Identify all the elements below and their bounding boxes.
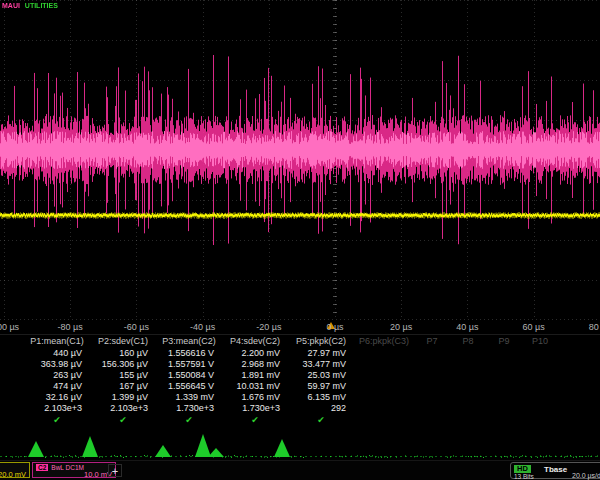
- measurement-value: 1.557591 V: [156, 359, 222, 370]
- param-header-p5[interactable]: P5:pkpk(C2): [288, 335, 354, 348]
- time-axis: -100 µs-80 µs-60 µs-40 µs-20 µs0 µs20 µs…: [0, 320, 600, 334]
- measurement-value: 32.16 µV: [24, 392, 90, 403]
- time-axis-label: -60 µs: [124, 322, 149, 332]
- measurement-value: 6.135 mV: [288, 392, 354, 403]
- measurement-value: 25.03 mV: [288, 370, 354, 381]
- measurement-value: 2.103e+3: [90, 403, 156, 414]
- status-bar: C1 DC1M 20.0 mV C2 BwL DC1M 10.0 mV + HD…: [0, 460, 600, 480]
- hd-badge: HD: [514, 465, 531, 473]
- measurement-value: 1.730e+3: [156, 403, 222, 414]
- measurement-value: 1.556616 V: [156, 348, 222, 359]
- measurement-row-1: 440 µV160 µV1.556616 V2.200 mV27.97 mV: [0, 348, 600, 359]
- measurement-value: 440 µV: [24, 348, 90, 359]
- measurement-value: 160 µV: [90, 348, 156, 359]
- gutter: [0, 381, 24, 392]
- param-header-p10[interactable]: P10: [522, 335, 558, 348]
- histogram-canvas: [0, 426, 600, 460]
- time-axis-label: 80 µs: [589, 322, 600, 332]
- measurement-value: 27.97 mV: [288, 348, 354, 359]
- time-axis-label: -20 µs: [256, 322, 281, 332]
- measurement-row-2: 363.98 µV156.306 µV1.557591 V2.968 mV33.…: [0, 359, 600, 370]
- measurement-value: 1.730e+3: [222, 403, 288, 414]
- time-axis-label: 40 µs: [456, 322, 478, 332]
- measurement-value: 2.968 mV: [222, 359, 288, 370]
- measurement-value: 1.339 mV: [156, 392, 222, 403]
- param-header-p3[interactable]: P3:mean(C2): [156, 335, 222, 348]
- measurement-value: 1.550084 V: [156, 370, 222, 381]
- time-axis-label: -100 µs: [0, 322, 19, 332]
- measurement-value: 59.97 mV: [288, 381, 354, 392]
- channel-c2-coupling: BwL DC1M: [51, 464, 84, 471]
- param-header-p6[interactable]: P6:pkpk(C3): [354, 335, 414, 348]
- measurement-value: 1.676 mV: [222, 392, 288, 403]
- time-axis-label: -40 µs: [190, 322, 215, 332]
- param-header-p7[interactable]: P7: [414, 335, 450, 348]
- time-axis-label: 0 µs: [326, 322, 343, 332]
- measurement-row-4: 474 µV167 µV1.556645 V10.031 mV59.97 mV: [0, 381, 600, 392]
- measurement-value: 292: [288, 403, 354, 414]
- measurement-row-3: 263 µV155 µV1.550084 V1.891 mV25.03 mV: [0, 370, 600, 381]
- gutter: [0, 348, 24, 359]
- gutter: [0, 392, 24, 403]
- measurement-value: 167 µV: [90, 381, 156, 392]
- gutter: [0, 370, 24, 381]
- measurement-value: 2.200 mV: [222, 348, 288, 359]
- add-trace-button[interactable]: +: [108, 464, 122, 477]
- timebase-label: Tbase: [544, 465, 567, 474]
- measurement-value: 10.031 mV: [222, 381, 288, 392]
- time-axis-label: 60 µs: [522, 322, 544, 332]
- waveform-canvas: [0, 0, 600, 320]
- measurement-value: 2.103e+3: [24, 403, 90, 414]
- measurement-value: 33.477 mV: [288, 359, 354, 370]
- measurement-value: 474 µV: [24, 381, 90, 392]
- param-header-p8[interactable]: P8: [450, 335, 486, 348]
- measurement-header-row: P1:mean(C1)P2:sdev(C1)P3:mean(C2)P4:sdev…: [0, 335, 600, 348]
- gutter: [0, 403, 24, 414]
- timebase-scale: 20.0 µs/div: [572, 472, 600, 479]
- param-header-p1[interactable]: P1:mean(C1): [24, 335, 90, 348]
- measurement-value: 363.98 µV: [24, 359, 90, 370]
- measurement-value: 156.306 µV: [90, 359, 156, 370]
- measurement-value: 1.399 µV: [90, 392, 156, 403]
- measurement-row-5: 32.16 µV1.399 µV1.339 mV1.676 mV6.135 mV: [0, 392, 600, 403]
- gutter: [0, 335, 24, 348]
- badge-right-label: UTILITIES: [25, 2, 58, 9]
- measurement-row-6: 2.103e+32.103e+31.730e+31.730e+3292: [0, 403, 600, 414]
- measurement-value: 1.556645 V: [156, 381, 222, 392]
- measurement-value: 263 µV: [24, 370, 90, 381]
- badge-left-label: MAUI: [2, 2, 20, 9]
- time-axis-label: -80 µs: [58, 322, 83, 332]
- channel-c1-scale: 20.0 mV: [0, 471, 26, 478]
- timebase-descriptor[interactable]: HD Tbase 13 Bits 20.0 µs/div: [510, 462, 600, 479]
- channel-c2-chip: C2: [36, 464, 48, 471]
- measurement-value: 1.891 mV: [222, 370, 288, 381]
- param-header-p2[interactable]: P2:sdev(C1): [90, 335, 156, 348]
- param-header-p9[interactable]: P9: [486, 335, 522, 348]
- waveform-graticule[interactable]: MAUI UTILITIES: [0, 0, 600, 320]
- time-axis-label: 20 µs: [390, 322, 412, 332]
- gutter: [0, 359, 24, 370]
- channel-c2-scale: 10.0 mV: [36, 471, 112, 478]
- oscilloscope-screen: MAUI UTILITIES -100 µs-80 µs-60 µs-40 µs…: [0, 0, 600, 480]
- param-header-p4[interactable]: P4:sdev(C2): [222, 335, 288, 348]
- histogram-strip: [0, 426, 600, 460]
- channel-c1-descriptor[interactable]: C1 DC1M 20.0 mV: [0, 462, 30, 478]
- timebase-bits: 13 Bits: [514, 473, 534, 480]
- measurement-value: 155 µV: [90, 370, 156, 381]
- channel-c2-descriptor[interactable]: C2 BwL DC1M 10.0 mV: [32, 462, 116, 478]
- top-left-badge: MAUI UTILITIES: [2, 2, 58, 9]
- measurement-table[interactable]: P1:mean(C1)P2:sdev(C1)P3:mean(C2)P4:sdev…: [0, 334, 600, 426]
